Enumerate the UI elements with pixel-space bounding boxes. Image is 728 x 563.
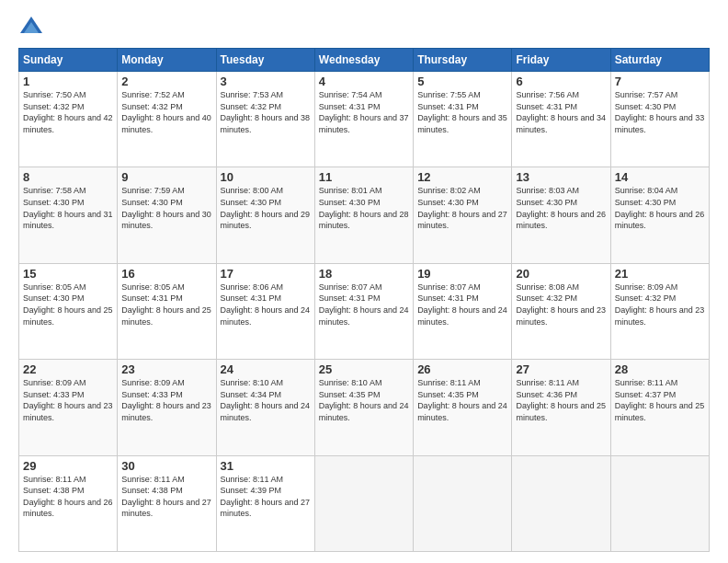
- calendar-week-row: 1 Sunrise: 7:50 AM Sunset: 4:32 PM Dayli…: [19, 72, 710, 167]
- day-number: 11: [319, 170, 409, 184]
- day-number: 15: [23, 267, 113, 281]
- day-info: Sunrise: 8:11 AM Sunset: 4:35 PM Dayligh…: [417, 377, 507, 423]
- calendar-cell: 18 Sunrise: 8:07 AM Sunset: 4:31 PM Dayl…: [314, 263, 413, 359]
- calendar-cell: [610, 455, 709, 551]
- calendar-cell: 11 Sunrise: 8:01 AM Sunset: 4:30 PM Dayl…: [314, 167, 413, 263]
- day-number: 5: [417, 75, 507, 88]
- calendar-cell: 4 Sunrise: 7:54 AM Sunset: 4:31 PM Dayli…: [314, 72, 413, 167]
- calendar-table: SundayMondayTuesdayWednesdayThursdayFrid…: [18, 48, 710, 552]
- calendar-cell: 17 Sunrise: 8:06 AM Sunset: 4:31 PM Dayl…: [216, 263, 314, 359]
- calendar-cell: 21 Sunrise: 8:09 AM Sunset: 4:32 PM Dayl…: [610, 263, 709, 359]
- day-number: 22: [23, 362, 113, 376]
- calendar-cell: 7 Sunrise: 7:57 AM Sunset: 4:30 PM Dayli…: [610, 72, 709, 167]
- calendar-cell: 2 Sunrise: 7:52 AM Sunset: 4:32 PM Dayli…: [118, 72, 216, 167]
- day-number: 27: [516, 362, 606, 376]
- calendar-cell: 24 Sunrise: 8:10 AM Sunset: 4:34 PM Dayl…: [216, 360, 314, 455]
- day-info: Sunrise: 8:06 AM Sunset: 4:31 PM Dayligh…: [221, 282, 311, 327]
- day-info: Sunrise: 8:09 AM Sunset: 4:32 PM Dayligh…: [615, 282, 705, 327]
- calendar-cell: 14 Sunrise: 8:04 AM Sunset: 4:30 PM Dayl…: [610, 167, 709, 263]
- calendar-cell: 16 Sunrise: 8:05 AM Sunset: 4:31 PM Dayl…: [118, 263, 216, 359]
- day-header-friday: Friday: [512, 49, 610, 72]
- calendar-cell: 5 Sunrise: 7:55 AM Sunset: 4:31 PM Dayli…: [414, 72, 512, 167]
- calendar-cell: [314, 455, 413, 551]
- day-number: 8: [23, 170, 113, 184]
- day-info: Sunrise: 8:07 AM Sunset: 4:31 PM Dayligh…: [319, 282, 409, 327]
- day-number: 19: [417, 267, 507, 281]
- day-number: 28: [615, 362, 705, 376]
- calendar-cell: 28 Sunrise: 8:11 AM Sunset: 4:37 PM Dayl…: [610, 360, 709, 455]
- calendar-cell: 19 Sunrise: 8:07 AM Sunset: 4:31 PM Dayl…: [414, 263, 512, 359]
- calendar-cell: 22 Sunrise: 8:09 AM Sunset: 4:33 PM Dayl…: [19, 360, 118, 455]
- day-info: Sunrise: 8:00 AM Sunset: 4:30 PM Dayligh…: [221, 185, 311, 231]
- calendar-cell: 8 Sunrise: 7:58 AM Sunset: 4:30 PM Dayli…: [19, 167, 118, 263]
- calendar-cell: [414, 455, 512, 551]
- header: [18, 15, 710, 40]
- day-header-monday: Monday: [118, 49, 216, 72]
- day-info: Sunrise: 7:52 AM Sunset: 4:32 PM Dayligh…: [121, 89, 211, 135]
- day-header-sunday: Sunday: [19, 49, 118, 72]
- day-info: Sunrise: 8:11 AM Sunset: 4:39 PM Dayligh…: [221, 474, 311, 520]
- day-header-tuesday: Tuesday: [216, 49, 314, 72]
- day-number: 13: [516, 170, 606, 184]
- day-info: Sunrise: 8:02 AM Sunset: 4:30 PM Dayligh…: [417, 185, 507, 231]
- day-info: Sunrise: 8:09 AM Sunset: 4:33 PM Dayligh…: [23, 377, 113, 423]
- day-number: 31: [221, 459, 311, 473]
- calendar-cell: [512, 455, 610, 551]
- calendar-cell: 6 Sunrise: 7:56 AM Sunset: 4:31 PM Dayli…: [512, 72, 610, 167]
- day-number: 9: [121, 170, 211, 184]
- day-info: Sunrise: 8:10 AM Sunset: 4:35 PM Dayligh…: [319, 377, 409, 423]
- day-info: Sunrise: 7:54 AM Sunset: 4:31 PM Dayligh…: [319, 89, 409, 135]
- day-number: 12: [417, 170, 507, 184]
- day-number: 4: [319, 75, 409, 88]
- calendar-cell: 3 Sunrise: 7:53 AM Sunset: 4:32 PM Dayli…: [216, 72, 314, 167]
- day-info: Sunrise: 8:04 AM Sunset: 4:30 PM Dayligh…: [615, 185, 705, 231]
- logo: [18, 15, 48, 40]
- page: SundayMondayTuesdayWednesdayThursdayFrid…: [0, 0, 728, 563]
- day-info: Sunrise: 8:03 AM Sunset: 4:30 PM Dayligh…: [516, 185, 606, 231]
- day-info: Sunrise: 8:11 AM Sunset: 4:38 PM Dayligh…: [121, 474, 211, 520]
- calendar-week-row: 15 Sunrise: 8:05 AM Sunset: 4:30 PM Dayl…: [19, 263, 710, 359]
- calendar-week-row: 22 Sunrise: 8:09 AM Sunset: 4:33 PM Dayl…: [19, 360, 710, 455]
- calendar-cell: 29 Sunrise: 8:11 AM Sunset: 4:38 PM Dayl…: [19, 455, 118, 551]
- day-info: Sunrise: 7:50 AM Sunset: 4:32 PM Dayligh…: [23, 89, 113, 135]
- day-number: 18: [319, 267, 409, 281]
- day-header-saturday: Saturday: [610, 49, 709, 72]
- day-info: Sunrise: 8:11 AM Sunset: 4:38 PM Dayligh…: [23, 474, 113, 520]
- calendar-week-row: 29 Sunrise: 8:11 AM Sunset: 4:38 PM Dayl…: [19, 455, 710, 551]
- day-header-thursday: Thursday: [414, 49, 512, 72]
- calendar-cell: 15 Sunrise: 8:05 AM Sunset: 4:30 PM Dayl…: [19, 263, 118, 359]
- day-info: Sunrise: 8:05 AM Sunset: 4:31 PM Dayligh…: [121, 282, 211, 327]
- day-number: 2: [121, 75, 211, 88]
- day-info: Sunrise: 8:11 AM Sunset: 4:37 PM Dayligh…: [615, 377, 705, 423]
- day-number: 6: [516, 75, 606, 88]
- day-number: 30: [121, 459, 211, 473]
- calendar-cell: 30 Sunrise: 8:11 AM Sunset: 4:38 PM Dayl…: [118, 455, 216, 551]
- day-info: Sunrise: 8:05 AM Sunset: 4:30 PM Dayligh…: [23, 282, 113, 327]
- day-number: 20: [516, 267, 606, 281]
- calendar-cell: 13 Sunrise: 8:03 AM Sunset: 4:30 PM Dayl…: [512, 167, 610, 263]
- day-number: 21: [615, 267, 705, 281]
- day-number: 17: [221, 267, 311, 281]
- day-header-wednesday: Wednesday: [314, 49, 413, 72]
- day-number: 3: [221, 75, 311, 88]
- day-info: Sunrise: 7:55 AM Sunset: 4:31 PM Dayligh…: [417, 89, 507, 135]
- calendar-cell: 12 Sunrise: 8:02 AM Sunset: 4:30 PM Dayl…: [414, 167, 512, 263]
- calendar-cell: 27 Sunrise: 8:11 AM Sunset: 4:36 PM Dayl…: [512, 360, 610, 455]
- day-info: Sunrise: 7:56 AM Sunset: 4:31 PM Dayligh…: [516, 89, 606, 135]
- day-info: Sunrise: 7:53 AM Sunset: 4:32 PM Dayligh…: [221, 89, 311, 135]
- calendar-cell: 23 Sunrise: 8:09 AM Sunset: 4:33 PM Dayl…: [118, 360, 216, 455]
- day-number: 16: [121, 267, 211, 281]
- day-info: Sunrise: 8:10 AM Sunset: 4:34 PM Dayligh…: [221, 377, 311, 423]
- calendar-cell: 20 Sunrise: 8:08 AM Sunset: 4:32 PM Dayl…: [512, 263, 610, 359]
- day-number: 14: [615, 170, 705, 184]
- day-info: Sunrise: 8:09 AM Sunset: 4:33 PM Dayligh…: [121, 377, 211, 423]
- logo-icon: [18, 15, 44, 40]
- day-number: 1: [23, 75, 113, 88]
- calendar-cell: 31 Sunrise: 8:11 AM Sunset: 4:39 PM Dayl…: [216, 455, 314, 551]
- day-info: Sunrise: 7:59 AM Sunset: 4:30 PM Dayligh…: [121, 185, 211, 231]
- day-number: 24: [221, 362, 311, 376]
- calendar-cell: 26 Sunrise: 8:11 AM Sunset: 4:35 PM Dayl…: [414, 360, 512, 455]
- calendar-week-row: 8 Sunrise: 7:58 AM Sunset: 4:30 PM Dayli…: [19, 167, 710, 263]
- calendar-cell: 25 Sunrise: 8:10 AM Sunset: 4:35 PM Dayl…: [314, 360, 413, 455]
- day-info: Sunrise: 7:57 AM Sunset: 4:30 PM Dayligh…: [615, 89, 705, 135]
